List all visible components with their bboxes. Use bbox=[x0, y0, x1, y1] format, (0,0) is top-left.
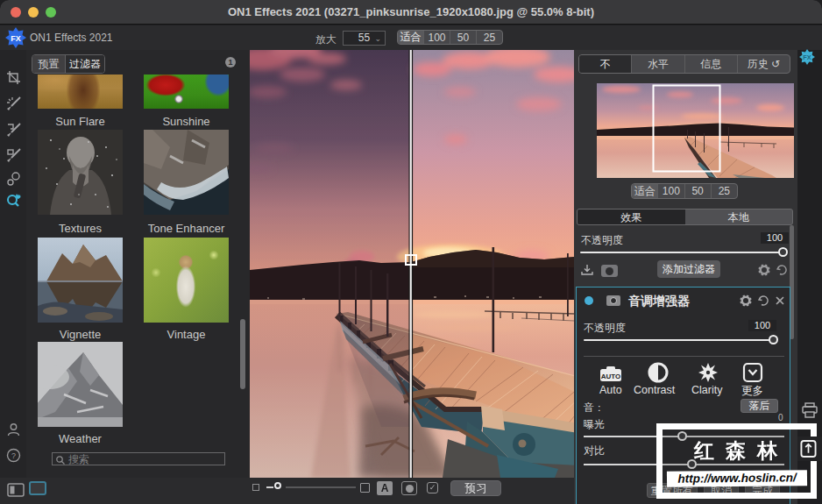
svg-text:FX: FX bbox=[803, 53, 811, 61]
svg-text:FX: FX bbox=[11, 34, 21, 43]
svg-text:AUTO: AUTO bbox=[601, 373, 621, 380]
svg-text:?: ? bbox=[11, 451, 16, 460]
